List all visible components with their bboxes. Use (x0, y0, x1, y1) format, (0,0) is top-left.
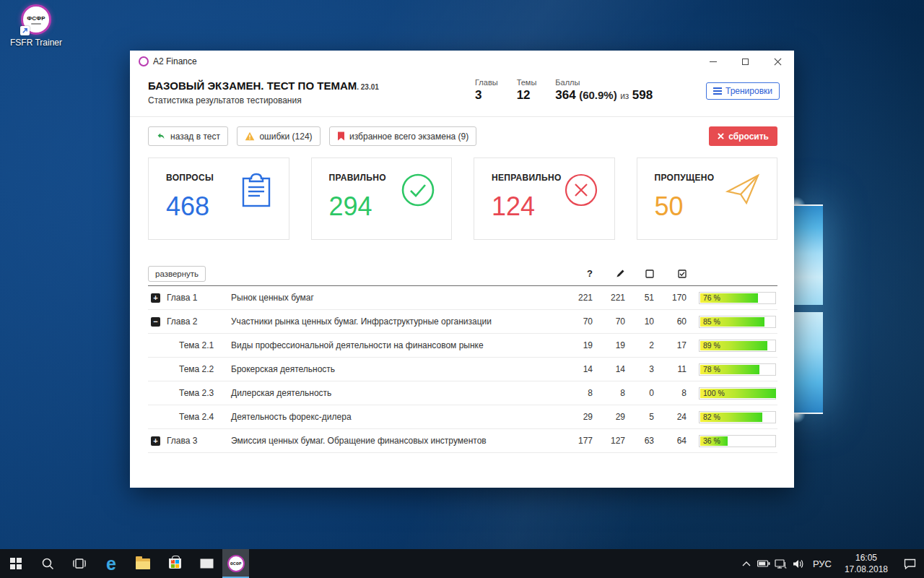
progress-bar: 85 % (699, 316, 776, 328)
card-wrong: НЕПРАВИЛЬНО 124 (474, 158, 615, 240)
progress-bar: 100 % (699, 387, 776, 400)
progress-percent: 36 % (703, 436, 720, 447)
table-header: развернуть ? (148, 262, 777, 286)
back-to-test-button[interactable]: назад в тест (148, 126, 228, 146)
tray-chevron-up-icon[interactable] (738, 549, 755, 578)
row-answered: 221 (596, 293, 628, 303)
bookmark-icon (337, 131, 345, 141)
desktop: ФСФР FSFR Trainer A2 Finance БАЗОВЫ (0, 0, 924, 578)
row-description: Деятельность форекс-дилера (231, 412, 563, 422)
row-toggle-icon[interactable]: + (151, 436, 160, 446)
taskbar-mail-button[interactable] (191, 549, 222, 578)
progress-percent: 85 % (703, 316, 720, 327)
row-answered: 8 (596, 388, 628, 398)
row-answered: 14 (596, 364, 628, 374)
language-indicator[interactable]: РУС (807, 558, 837, 569)
row-description: Дилерская деятельность (231, 388, 563, 398)
favorites-button[interactable]: избранное всего экзамена (9) (329, 126, 476, 146)
x-icon (718, 133, 724, 139)
taskbar-store-button[interactable] (159, 549, 191, 578)
start-button[interactable] (0, 549, 32, 578)
close-button[interactable] (762, 51, 794, 72)
windows-logo-wallpaper (794, 204, 823, 414)
card-skipped: ПРОПУЩЕНО 50 (637, 158, 778, 240)
row-wrong: 0 (628, 388, 657, 398)
action-center-icon[interactable] (895, 549, 924, 578)
maximize-button[interactable] (729, 51, 762, 72)
table-row[interactable]: Тема 2.2 Брокерская деятельность 14 14 3… (148, 358, 777, 381)
edge-icon: e (106, 555, 116, 573)
battery-icon[interactable] (755, 549, 772, 578)
row-answered: 19 (596, 340, 628, 350)
row-correct: 60 (657, 316, 689, 327)
app-logo-icon (139, 56, 149, 66)
row-answered: 127 (596, 436, 628, 446)
back-arrow-icon (156, 131, 166, 141)
stat-chapters: Главы 3 (475, 78, 498, 103)
row-toggle-icon[interactable]: − (151, 317, 160, 327)
taskbar-explorer-button[interactable] (127, 549, 159, 578)
pencil-column-icon (616, 269, 628, 278)
card-correct: ПРАВИЛЬНО 294 (311, 158, 453, 240)
date: 17.08.2018 (845, 564, 888, 575)
table-row[interactable]: Тема 2.4 Деятельность форекс-дилера 29 2… (148, 405, 777, 429)
stat-topics: Темы 12 (517, 78, 537, 103)
progress-percent: 76 % (703, 293, 720, 303)
shortcut-arrow-icon (20, 26, 30, 35)
row-name: Тема 2.3 (179, 388, 214, 398)
row-questions: 177 (563, 436, 596, 446)
page-title: БАЗОВЫЙ ЭКЗАМЕН. ТЕСТ ПО ТЕМАМ (148, 79, 357, 92)
row-description: Участники рынка ценных бумаг. Инфраструк… (231, 316, 563, 327)
row-name: Тема 2.2 (179, 364, 214, 374)
minimize-button[interactable] (697, 51, 729, 72)
app-window: A2 Finance БАЗОВЫЙ ЭКЗАМЕН. ТЕСТ ПО ТЕМА… (130, 51, 794, 488)
network-icon[interactable] (772, 549, 790, 578)
task-view-button[interactable] (64, 549, 95, 578)
table-row[interactable]: + Глава 1 Рынок ценных бумаг 221 221 51 … (148, 286, 777, 310)
row-correct: 170 (657, 293, 689, 303)
row-wrong: 5 (628, 412, 657, 422)
row-toggle-icon[interactable]: + (151, 293, 160, 303)
x-circle-icon (564, 173, 598, 210)
taskbar-search-button[interactable] (32, 549, 64, 578)
table-row[interactable]: Тема 2.3 Дилерская деятельность 8 8 0 8 … (148, 381, 777, 405)
windows-start-icon (10, 558, 22, 569)
desktop-shortcut-fsfr-trainer[interactable]: ФСФР FSFR Trainer (4, 4, 68, 48)
row-name: Глава 2 (167, 316, 197, 327)
table-row[interactable]: + Глава 3 Эмиссия ценных бумаг. Обращени… (148, 429, 777, 453)
table-row[interactable]: − Глава 2 Участники рынка ценных бумаг. … (148, 310, 777, 334)
row-questions: 70 (563, 316, 596, 327)
list-icon (713, 87, 722, 95)
search-icon (41, 557, 54, 570)
stats-table-body: + Глава 1 Рынок ценных бумаг 221 221 51 … (148, 286, 777, 453)
clipboard-icon (240, 173, 273, 212)
header-stats: Главы 3 Темы 12 Баллы 364 (60.9%) из 598 (475, 78, 653, 103)
row-correct: 64 (657, 436, 689, 446)
row-wrong: 10 (628, 316, 657, 327)
store-icon (169, 558, 181, 569)
progress-percent: 100 % (703, 388, 725, 399)
fsfr-app-icon: ФСФР (227, 555, 245, 572)
speaker-icon[interactable] (790, 549, 807, 578)
task-view-icon (72, 558, 87, 569)
table-row[interactable]: Тема 2.1 Виды профессиональной деятельно… (148, 334, 777, 358)
row-description: Эмиссия ценных бумаг. Обращение финансов… (231, 436, 563, 446)
taskbar-edge-button[interactable]: e (95, 549, 127, 578)
progress-percent: 89 % (703, 340, 720, 351)
clock[interactable]: 16:05 17.08.2018 (837, 552, 895, 575)
reset-button[interactable]: сбросить (709, 126, 777, 146)
time: 16:05 (845, 552, 888, 564)
summary-cards: ВОПРОСЫ 468 ПРАВИЛЬНО 294 (148, 158, 777, 240)
row-description: Виды профессиональной деятельности на фи… (231, 340, 563, 350)
expand-all-button[interactable]: развернуть (148, 266, 206, 282)
errors-button[interactable]: ошибки (124) (237, 126, 320, 146)
row-correct: 8 (657, 388, 689, 398)
progress-bar: 89 % (699, 340, 776, 352)
progress-percent: 82 % (703, 412, 720, 423)
titlebar[interactable]: A2 Finance (130, 51, 794, 72)
page-title-suffix: . 23.01 (357, 83, 379, 91)
taskbar: e ФСФР РУС (0, 549, 924, 578)
row-questions: 19 (563, 340, 596, 350)
trainings-button[interactable]: Тренировки (706, 82, 780, 100)
taskbar-a2finance-button[interactable]: ФСФР (222, 549, 249, 578)
